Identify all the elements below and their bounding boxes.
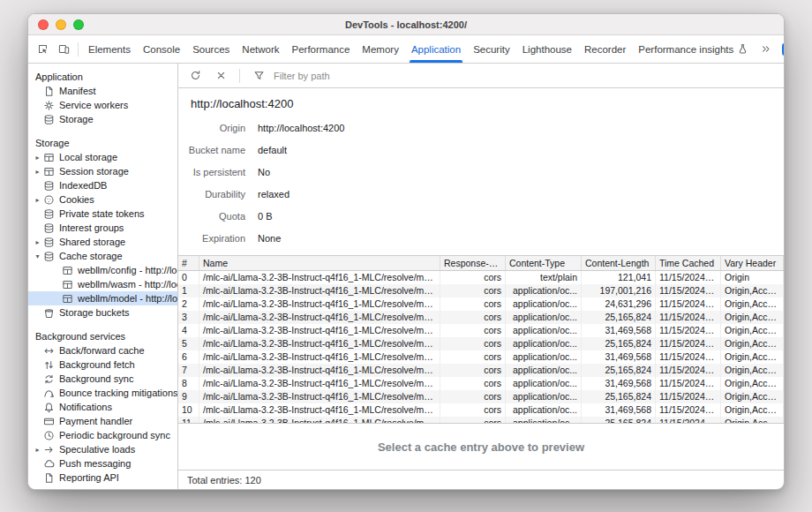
- close-button[interactable]: [38, 19, 49, 30]
- refresh-icon[interactable]: [184, 65, 206, 87]
- sidebar-item-speculative-loads[interactable]: ▸Speculative loads: [28, 442, 177, 456]
- column-header-name[interactable]: Name: [199, 256, 440, 270]
- sidebar-item-webllm-config-http-loc[interactable]: webllm/config - http://loc...: [28, 263, 177, 277]
- inspect-element-icon[interactable]: [32, 39, 53, 60]
- cell-content-length: 197,001,216: [582, 284, 656, 297]
- meta-label: Quota: [178, 211, 245, 222]
- cell-vary-header: Origin,Access...: [721, 390, 784, 403]
- database-icon: [42, 113, 56, 125]
- sidebar-item-push-messaging[interactable]: Push messaging: [28, 456, 177, 471]
- tab-memory[interactable]: Memory: [356, 35, 405, 63]
- tab-security[interactable]: Security: [467, 35, 516, 63]
- tab-application[interactable]: Application: [405, 35, 467, 63]
- column-header-item[interactable]: #: [178, 256, 199, 270]
- tab-network[interactable]: Network: [236, 35, 285, 63]
- chevron-right-icon[interactable]: ▸: [33, 238, 42, 246]
- document-icon: [42, 85, 56, 97]
- cell-response-type: cors: [440, 417, 506, 423]
- cache-entry-row[interactable]: 5/mlc-ai/Llama-3.2-3B-Instruct-q4f16_1-M…: [178, 337, 784, 350]
- table-icon: [61, 278, 74, 290]
- tab-label: Network: [242, 44, 279, 55]
- sidebar-item-background-sync[interactable]: Background sync: [28, 372, 177, 386]
- delete-selected-icon[interactable]: [210, 65, 231, 87]
- tab-lighthouse[interactable]: Lighthouse: [516, 35, 578, 63]
- sidebar-item-webllm-model-http-loc[interactable]: webllm/model - http://loc...: [28, 291, 177, 305]
- issues-badge[interactable]: 3: [782, 43, 785, 56]
- tab-performance[interactable]: Performance: [286, 35, 357, 63]
- tab-label: Elements: [88, 44, 131, 55]
- cell-content-type: application/oc...: [506, 337, 582, 350]
- cache-entry-row[interactable]: 0/mlc-ai/Llama-3.2-3B-Instruct-q4f16_1-M…: [178, 271, 784, 284]
- database-icon: [42, 222, 56, 234]
- sidebar-item-service-workers[interactable]: Service workers: [28, 98, 177, 112]
- cell-name: /mlc-ai/Llama-3.2-3B-Instruct-q4f16_1-ML…: [199, 417, 440, 423]
- cache-entry-row[interactable]: 9/mlc-ai/Llama-3.2-3B-Instruct-q4f16_1-M…: [178, 390, 784, 403]
- more-tabs-icon[interactable]: [755, 39, 776, 60]
- tab-elements[interactable]: Elements: [82, 35, 137, 63]
- column-header-content-length[interactable]: Content-Length: [582, 256, 656, 270]
- cache-entry-row[interactable]: 3/mlc-ai/Llama-3.2-3B-Instruct-q4f16_1-M…: [178, 311, 784, 324]
- cell-content-type: application/oc...: [506, 350, 582, 364]
- filter-input[interactable]: [274, 71, 468, 81]
- tab-recorder[interactable]: Recorder: [578, 35, 632, 63]
- sidebar-item-payment-handler[interactable]: Payment handler: [28, 414, 177, 428]
- origin-heading: http://localhost:4200: [178, 88, 784, 117]
- cache-entry-row[interactable]: 11/mlc-ai/Llama-3.2-3B-Instruct-q4f16_1-…: [178, 417, 784, 423]
- sidebar-item-reporting-api[interactable]: Reporting API: [28, 471, 177, 485]
- database-icon: [42, 179, 56, 192]
- column-header-time-cached[interactable]: Time Cached: [656, 256, 721, 270]
- sidebar-item-bounce-tracking-mitigations[interactable]: Bounce tracking mitigations: [28, 386, 177, 400]
- chevron-down-icon[interactable]: ▾: [33, 252, 42, 260]
- sidebar-item-shared-storage[interactable]: ▸Shared storage: [28, 235, 177, 249]
- tab-label: Sources: [192, 44, 229, 55]
- sidebar-item-webllm-wasm-http-loca[interactable]: webllm/wasm - http://loca...: [28, 277, 177, 291]
- sidebar-item-storage-buckets[interactable]: Storage buckets: [28, 305, 177, 320]
- tab-performance-insights[interactable]: Performance insights: [632, 35, 755, 63]
- cache-entry-row[interactable]: 10/mlc-ai/Llama-3.2-3B-Instruct-q4f16_1-…: [178, 403, 784, 417]
- cache-toolbar: [178, 64, 784, 88]
- chevron-right-icon[interactable]: ▸: [33, 446, 42, 454]
- tab-console[interactable]: Console: [137, 35, 186, 63]
- arrow-icon: [42, 443, 56, 456]
- cell-response-type: cors: [440, 364, 506, 377]
- chevron-right-icon[interactable]: ▸: [33, 168, 42, 176]
- sidebar-item-background-fetch[interactable]: Background fetch: [28, 358, 177, 372]
- cache-entry-row[interactable]: 8/mlc-ai/Llama-3.2-3B-Instruct-q4f16_1-M…: [178, 377, 784, 390]
- column-header-vary-header[interactable]: Vary Header: [721, 256, 784, 270]
- sidebar-item-cache-storage[interactable]: ▾Cache storage: [28, 249, 177, 263]
- cache-entry-row[interactable]: 1/mlc-ai/Llama-3.2-3B-Instruct-q4f16_1-M…: [178, 284, 784, 297]
- sidebar-item-label: Periodic background sync: [59, 430, 177, 440]
- zoom-button[interactable]: [73, 19, 84, 30]
- cache-entry-row[interactable]: 4/mlc-ai/Llama-3.2-3B-Instruct-q4f16_1-M…: [178, 324, 784, 337]
- sidebar-item-interest-groups[interactable]: Interest groups: [28, 221, 177, 235]
- sidebar-item-indexeddb[interactable]: IndexedDB: [28, 178, 177, 192]
- bell-icon: [42, 401, 56, 413]
- card-icon: [42, 415, 56, 427]
- sidebar-item-notifications[interactable]: Notifications: [28, 400, 177, 414]
- sidebar-item-manifest[interactable]: Manifest: [28, 84, 177, 98]
- chevron-right-icon[interactable]: ▸: [33, 196, 42, 204]
- meta-row-is-persistent: Is persistentNo: [178, 161, 784, 183]
- chevron-right-icon[interactable]: ▸: [33, 154, 42, 162]
- tab-sources[interactable]: Sources: [186, 35, 236, 63]
- database-icon: [42, 250, 56, 262]
- minimize-button[interactable]: [56, 19, 66, 30]
- cache-entry-row[interactable]: 2/mlc-ai/Llama-3.2-3B-Instruct-q4f16_1-M…: [178, 297, 784, 311]
- cell-content-length: 31,469,568: [582, 377, 656, 390]
- column-header-response-type[interactable]: Response-Type: [440, 256, 506, 270]
- sidebar-item-periodic-background-sync[interactable]: Periodic background sync: [28, 428, 177, 442]
- sidebar-item-back-forward-cache[interactable]: Back/forward cache: [28, 343, 177, 358]
- cache-entry-row[interactable]: 6/mlc-ai/Llama-3.2-3B-Instruct-q4f16_1-M…: [178, 350, 784, 364]
- sidebar-item-private-state-tokens[interactable]: Private state tokens: [28, 207, 177, 221]
- cache-entry-row[interactable]: 7/mlc-ai/Llama-3.2-3B-Instruct-q4f16_1-M…: [178, 364, 784, 377]
- device-toolbar-icon[interactable]: [53, 39, 74, 60]
- sidebar-item-session-storage[interactable]: ▸Session storage: [28, 164, 177, 178]
- sidebar-item-local-storage[interactable]: ▸Local storage: [28, 150, 177, 164]
- meta-value: relaxed: [258, 189, 289, 200]
- sidebar-item-cookies[interactable]: ▸Cookies: [28, 192, 177, 207]
- sidebar-item-storage[interactable]: Storage: [28, 112, 177, 126]
- cell-content-length: 24,631,296: [582, 297, 656, 311]
- column-header-content-type[interactable]: Content-Type: [506, 256, 582, 270]
- cell-vary-header: Origin,Access...: [721, 297, 784, 311]
- toolbar-divider: [239, 69, 240, 83]
